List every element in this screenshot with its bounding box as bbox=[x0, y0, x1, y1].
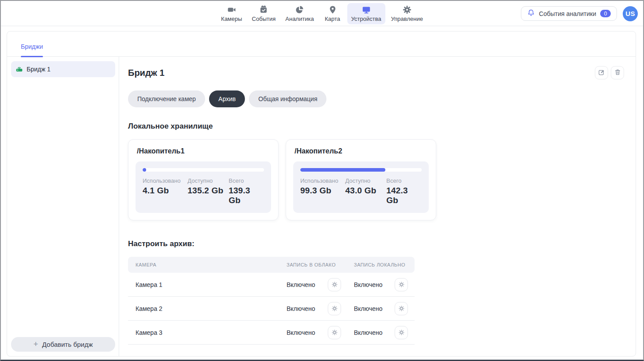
nav-label: Управление bbox=[391, 16, 423, 22]
bridge-tabs: Подключение камер Архив Общая информация bbox=[128, 90, 624, 107]
total-label: Всего bbox=[229, 177, 264, 184]
sidebar-item-bridge-1[interactable]: Бридж 1 bbox=[11, 61, 115, 77]
local-record-settings-button[interactable] bbox=[395, 278, 408, 291]
trash-icon bbox=[614, 69, 621, 77]
add-bridge-button[interactable]: + Добавить бридж bbox=[11, 337, 115, 352]
storage-card-1: /Накопитель1 Использовано 4.1 Gb Доступн… bbox=[128, 139, 279, 220]
bridges-sidebar: Бридж 1 + Добавить бридж bbox=[7, 57, 119, 356]
cloud-record-status: Включено bbox=[287, 305, 315, 312]
analytics-events-button[interactable]: События аналитики 0 bbox=[521, 6, 617, 21]
used-label: Использовано bbox=[143, 177, 188, 184]
nav-item-management[interactable]: Управление bbox=[387, 3, 427, 24]
nav-item-devices[interactable]: Устройства bbox=[347, 3, 385, 24]
delete-bridge-button[interactable] bbox=[611, 66, 624, 79]
plus-icon: + bbox=[33, 340, 38, 348]
storage-card-2: /Накопитель2 Использовано 99.3 Gb Доступ… bbox=[286, 139, 436, 220]
nav-label: Аналитика bbox=[285, 16, 314, 22]
table-row-camera-2: Камера 2 Включено Включено bbox=[128, 297, 415, 321]
local-record-status: Включено bbox=[354, 281, 383, 288]
nav-item-map[interactable]: Карта bbox=[320, 3, 345, 24]
cloud-record-settings-button[interactable] bbox=[328, 326, 341, 339]
tab-camera-connection[interactable]: Подключение камер bbox=[128, 90, 205, 107]
bridge-item-label: Бридж 1 bbox=[27, 66, 50, 73]
panel-tab-bar: Бриджи bbox=[7, 31, 636, 57]
available-label: Доступно bbox=[188, 177, 229, 184]
table-row-camera-1: Камера 1 Включено Включено bbox=[128, 273, 415, 297]
cloud-record-status: Включено bbox=[287, 281, 315, 288]
used-value: 99.3 Gb bbox=[300, 186, 345, 196]
gear-icon bbox=[403, 5, 411, 14]
edit-icon bbox=[598, 69, 605, 77]
edit-bridge-button[interactable] bbox=[595, 66, 608, 79]
storage-progress-bar bbox=[143, 168, 264, 172]
events-count-badge: 0 bbox=[600, 10, 611, 17]
local-record-status: Включено bbox=[354, 305, 383, 312]
cloud-record-settings-button[interactable] bbox=[328, 278, 341, 291]
camera-icon bbox=[227, 5, 236, 14]
camera-name: Камера 2 bbox=[136, 305, 287, 312]
page-title: Бридж 1 bbox=[128, 66, 164, 78]
archive-table: КАМЕРА ЗАПИСЬ В ОБЛАКО ЗАПИСЬ ЛОКАЛЬНО К… bbox=[128, 257, 415, 345]
active-tab-underline bbox=[21, 56, 43, 57]
main-nav: Камеры События Аналитика Карта Устройств bbox=[217, 1, 427, 26]
available-value: 135.2 Gb bbox=[188, 186, 229, 196]
nav-item-analytics[interactable]: Аналитика bbox=[281, 3, 318, 24]
devices-panel: Бриджи Бридж 1 + Добавить бридж Бридж 1 bbox=[7, 31, 636, 357]
tab-archive[interactable]: Архив bbox=[209, 90, 245, 107]
storage-name: /Накопитель2 bbox=[295, 147, 429, 155]
bridge-detail-content: Бридж 1 Подключение камер bbox=[119, 57, 636, 356]
used-value: 4.1 Gb bbox=[143, 186, 188, 196]
bell-icon bbox=[527, 9, 535, 18]
table-header-row: КАМЕРА ЗАПИСЬ В ОБЛАКО ЗАПИСЬ ЛОКАЛЬНО bbox=[128, 257, 415, 273]
table-row-camera-3: Камера 3 Включено Включено bbox=[128, 321, 415, 345]
nav-label: Карта bbox=[325, 16, 340, 22]
column-header-camera: КАМЕРА bbox=[136, 262, 287, 267]
local-storage-heading: Локальное хранилище bbox=[128, 122, 624, 131]
total-value: 142.3 Gb bbox=[386, 186, 422, 205]
tab-bridges[interactable]: Бриджи bbox=[21, 43, 43, 56]
add-bridge-label: Добавить бридж bbox=[42, 341, 93, 348]
camera-name: Камера 3 bbox=[136, 329, 287, 336]
storage-cards: /Накопитель1 Использовано 4.1 Gb Доступн… bbox=[128, 139, 624, 220]
tab-bridges-label: Бриджи bbox=[21, 43, 43, 50]
total-value: 139.3 Gb bbox=[229, 186, 264, 205]
nav-label: События bbox=[252, 16, 276, 22]
available-label: Доступно bbox=[345, 177, 387, 184]
column-header-cloud: ЗАПИСЬ В ОБЛАКО bbox=[287, 262, 341, 267]
nav-item-events[interactable]: События bbox=[248, 3, 280, 24]
total-label: Всего bbox=[386, 177, 422, 184]
local-record-status: Включено bbox=[354, 329, 383, 336]
events-icon bbox=[259, 5, 268, 14]
analytics-events-label: События аналитики bbox=[539, 10, 596, 17]
monitor-icon bbox=[362, 5, 371, 14]
nav-label: Устройства bbox=[351, 16, 381, 22]
top-bar: Камеры События Аналитика Карта Устройств bbox=[1, 1, 643, 26]
bridge-icon bbox=[16, 65, 23, 74]
local-record-settings-button[interactable] bbox=[395, 326, 408, 339]
analytics-icon bbox=[295, 5, 304, 14]
user-avatar[interactable]: US bbox=[623, 6, 638, 21]
storage-progress-bar bbox=[300, 168, 422, 172]
map-pin-icon bbox=[328, 5, 337, 14]
nav-label: Камеры bbox=[221, 16, 242, 22]
configure-archive-heading: Настроить архив: bbox=[128, 239, 624, 248]
cloud-record-settings-button[interactable] bbox=[328, 302, 341, 315]
used-label: Использовано bbox=[300, 177, 345, 184]
local-record-settings-button[interactable] bbox=[395, 302, 408, 315]
nav-item-cameras[interactable]: Камеры bbox=[217, 3, 246, 24]
column-header-local: ЗАПИСЬ ЛОКАЛЬНО bbox=[354, 262, 408, 267]
available-value: 43.0 Gb bbox=[345, 186, 387, 196]
camera-name: Камера 1 bbox=[136, 281, 287, 288]
storage-name: /Накопитель1 bbox=[137, 147, 271, 155]
cloud-record-status: Включено bbox=[287, 329, 315, 336]
tab-general-info[interactable]: Общая информация bbox=[249, 90, 326, 107]
